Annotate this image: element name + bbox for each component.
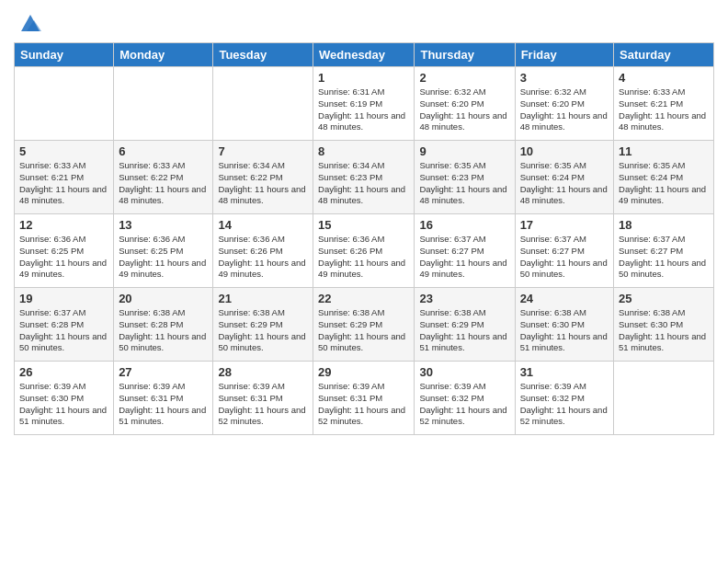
calendar-cell: 20Sunrise: 6:38 AM Sunset: 6:28 PM Dayli…	[114, 288, 213, 362]
day-info: Sunrise: 6:39 AM Sunset: 6:31 PM Dayligh…	[218, 381, 308, 428]
calendar-cell: 28Sunrise: 6:39 AM Sunset: 6:31 PM Dayli…	[213, 362, 313, 435]
calendar-cell: 10Sunrise: 6:35 AM Sunset: 6:24 PM Dayli…	[515, 141, 613, 214]
day-info: Sunrise: 6:38 AM Sunset: 6:29 PM Dayligh…	[218, 307, 308, 354]
calendar: SundayMondayTuesdayWednesdayThursdayFrid…	[14, 42, 714, 435]
calendar-cell: 23Sunrise: 6:38 AM Sunset: 6:29 PM Dayli…	[415, 288, 515, 362]
calendar-cell: 13Sunrise: 6:36 AM Sunset: 6:25 PM Dayli…	[114, 214, 213, 288]
calendar-cell: 30Sunrise: 6:39 AM Sunset: 6:32 PM Dayli…	[415, 362, 515, 435]
calendar-cell: 25Sunrise: 6:38 AM Sunset: 6:30 PM Dayli…	[614, 288, 714, 362]
calendar-cell: 7Sunrise: 6:34 AM Sunset: 6:22 PM Daylig…	[213, 141, 313, 214]
calendar-cell: 27Sunrise: 6:39 AM Sunset: 6:31 PM Dayli…	[114, 362, 213, 435]
calendar-cell	[114, 67, 213, 141]
day-number: 7	[218, 144, 308, 158]
calendar-week-row: 26Sunrise: 6:39 AM Sunset: 6:30 PM Dayli…	[15, 362, 714, 435]
day-info: Sunrise: 6:36 AM Sunset: 6:26 PM Dayligh…	[318, 234, 409, 281]
day-number: 16	[419, 218, 509, 232]
weekday-header: Friday	[515, 43, 613, 67]
day-info: Sunrise: 6:33 AM Sunset: 6:21 PM Dayligh…	[19, 160, 108, 207]
day-number: 27	[119, 365, 208, 379]
weekday-header: Wednesday	[313, 43, 415, 67]
day-info: Sunrise: 6:36 AM Sunset: 6:25 PM Dayligh…	[119, 234, 208, 281]
day-number: 8	[318, 144, 409, 158]
day-number: 4	[619, 71, 709, 85]
calendar-cell: 8Sunrise: 6:34 AM Sunset: 6:23 PM Daylig…	[313, 141, 415, 214]
weekday-header: Tuesday	[213, 43, 313, 67]
calendar-cell: 17Sunrise: 6:37 AM Sunset: 6:27 PM Dayli…	[515, 214, 613, 288]
calendar-cell: 12Sunrise: 6:36 AM Sunset: 6:25 PM Dayli…	[15, 214, 114, 288]
calendar-cell: 26Sunrise: 6:39 AM Sunset: 6:30 PM Dayli…	[15, 362, 114, 435]
day-number: 3	[520, 71, 609, 85]
day-info: Sunrise: 6:38 AM Sunset: 6:28 PM Dayligh…	[119, 307, 208, 354]
day-number: 9	[419, 144, 509, 158]
weekday-header: Sunday	[15, 43, 114, 67]
day-number: 11	[619, 144, 709, 158]
calendar-cell: 4Sunrise: 6:33 AM Sunset: 6:21 PM Daylig…	[614, 67, 714, 141]
day-number: 5	[19, 144, 108, 158]
calendar-cell: 24Sunrise: 6:38 AM Sunset: 6:30 PM Dayli…	[515, 288, 613, 362]
day-info: Sunrise: 6:38 AM Sunset: 6:30 PM Dayligh…	[619, 307, 709, 354]
day-info: Sunrise: 6:39 AM Sunset: 6:31 PM Dayligh…	[119, 381, 208, 428]
day-info: Sunrise: 6:37 AM Sunset: 6:27 PM Dayligh…	[419, 234, 509, 281]
day-info: Sunrise: 6:39 AM Sunset: 6:32 PM Dayligh…	[520, 381, 609, 428]
day-number: 26	[19, 365, 108, 379]
day-info: Sunrise: 6:33 AM Sunset: 6:21 PM Dayligh…	[619, 86, 709, 133]
day-info: Sunrise: 6:39 AM Sunset: 6:32 PM Dayligh…	[419, 381, 509, 428]
day-info: Sunrise: 6:35 AM Sunset: 6:24 PM Dayligh…	[520, 160, 609, 207]
weekday-header: Thursday	[415, 43, 515, 67]
weekday-header-row: SundayMondayTuesdayWednesdayThursdayFrid…	[15, 43, 714, 67]
day-info: Sunrise: 6:38 AM Sunset: 6:29 PM Dayligh…	[318, 307, 409, 354]
day-info: Sunrise: 6:37 AM Sunset: 6:27 PM Dayligh…	[619, 234, 709, 281]
weekday-header: Monday	[114, 43, 213, 67]
day-number: 29	[318, 365, 409, 379]
day-info: Sunrise: 6:37 AM Sunset: 6:27 PM Dayligh…	[520, 234, 609, 281]
calendar-cell: 22Sunrise: 6:38 AM Sunset: 6:29 PM Dayli…	[313, 288, 415, 362]
calendar-cell: 19Sunrise: 6:37 AM Sunset: 6:28 PM Dayli…	[15, 288, 114, 362]
day-info: Sunrise: 6:35 AM Sunset: 6:24 PM Dayligh…	[619, 160, 709, 207]
day-number: 23	[419, 292, 509, 305]
day-number: 21	[218, 292, 308, 305]
day-info: Sunrise: 6:36 AM Sunset: 6:25 PM Dayligh…	[19, 234, 108, 281]
day-info: Sunrise: 6:33 AM Sunset: 6:22 PM Dayligh…	[119, 160, 208, 207]
day-info: Sunrise: 6:38 AM Sunset: 6:29 PM Dayligh…	[419, 307, 509, 354]
calendar-cell: 9Sunrise: 6:35 AM Sunset: 6:23 PM Daylig…	[415, 141, 515, 214]
day-info: Sunrise: 6:39 AM Sunset: 6:31 PM Dayligh…	[318, 381, 409, 428]
header	[14, 9, 714, 35]
day-number: 12	[19, 218, 108, 232]
day-number: 25	[619, 292, 709, 305]
day-number: 6	[119, 144, 208, 158]
day-number: 19	[19, 292, 108, 305]
day-number: 18	[619, 218, 709, 232]
day-number: 10	[520, 144, 609, 158]
day-number: 20	[119, 292, 208, 305]
day-info: Sunrise: 6:35 AM Sunset: 6:23 PM Dayligh…	[419, 160, 509, 207]
weekday-header: Saturday	[614, 43, 714, 67]
calendar-cell: 5Sunrise: 6:33 AM Sunset: 6:21 PM Daylig…	[15, 141, 114, 214]
calendar-cell: 29Sunrise: 6:39 AM Sunset: 6:31 PM Dayli…	[313, 362, 415, 435]
calendar-cell	[614, 362, 714, 435]
day-info: Sunrise: 6:32 AM Sunset: 6:20 PM Dayligh…	[520, 86, 609, 133]
calendar-cell: 15Sunrise: 6:36 AM Sunset: 6:26 PM Dayli…	[313, 214, 415, 288]
page: SundayMondayTuesdayWednesdayThursdayFrid…	[0, 0, 728, 563]
day-info: Sunrise: 6:31 AM Sunset: 6:19 PM Dayligh…	[318, 86, 409, 133]
logo-icon	[17, 9, 43, 35]
calendar-week-row: 1Sunrise: 6:31 AM Sunset: 6:19 PM Daylig…	[15, 67, 714, 141]
day-info: Sunrise: 6:36 AM Sunset: 6:26 PM Dayligh…	[218, 234, 308, 281]
logo	[14, 9, 43, 35]
day-number: 14	[218, 218, 308, 232]
day-number: 1	[318, 71, 409, 85]
calendar-cell: 3Sunrise: 6:32 AM Sunset: 6:20 PM Daylig…	[515, 67, 613, 141]
day-number: 17	[520, 218, 609, 232]
day-info: Sunrise: 6:34 AM Sunset: 6:23 PM Dayligh…	[318, 160, 409, 207]
day-number: 24	[520, 292, 609, 305]
calendar-week-row: 5Sunrise: 6:33 AM Sunset: 6:21 PM Daylig…	[15, 141, 714, 214]
calendar-cell: 14Sunrise: 6:36 AM Sunset: 6:26 PM Dayli…	[213, 214, 313, 288]
calendar-cell: 6Sunrise: 6:33 AM Sunset: 6:22 PM Daylig…	[114, 141, 213, 214]
calendar-cell: 11Sunrise: 6:35 AM Sunset: 6:24 PM Dayli…	[614, 141, 714, 214]
calendar-cell	[15, 67, 114, 141]
day-info: Sunrise: 6:37 AM Sunset: 6:28 PM Dayligh…	[19, 307, 108, 354]
day-info: Sunrise: 6:39 AM Sunset: 6:30 PM Dayligh…	[19, 381, 108, 428]
day-info: Sunrise: 6:34 AM Sunset: 6:22 PM Dayligh…	[218, 160, 308, 207]
calendar-cell: 18Sunrise: 6:37 AM Sunset: 6:27 PM Dayli…	[614, 214, 714, 288]
calendar-cell: 1Sunrise: 6:31 AM Sunset: 6:19 PM Daylig…	[313, 67, 415, 141]
calendar-cell: 31Sunrise: 6:39 AM Sunset: 6:32 PM Dayli…	[515, 362, 613, 435]
